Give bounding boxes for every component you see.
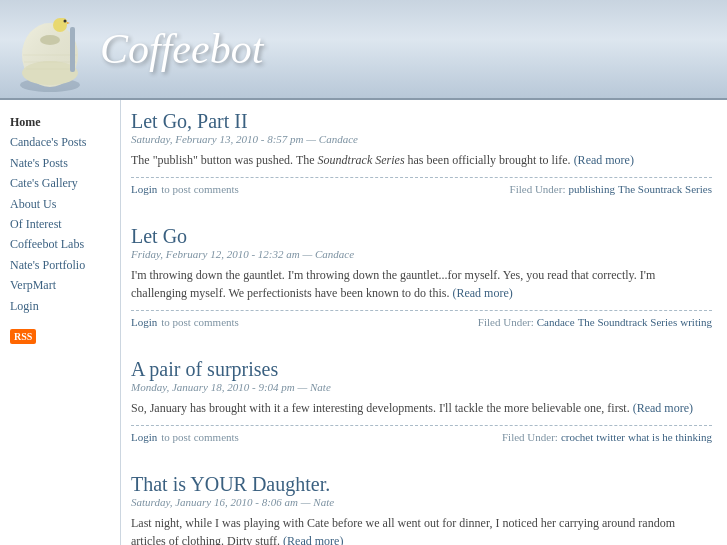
post-3-title[interactable]: A pair of surprises [131, 358, 278, 380]
post-4: That is YOUR Daughter. Saturday, January… [131, 473, 712, 545]
sidebar-item-of-interest[interactable]: Of Interest [10, 214, 110, 234]
sidebar-item-about-us[interactable]: About Us [10, 194, 110, 214]
post-3-login[interactable]: Login [131, 431, 157, 443]
post-1-login[interactable]: Login [131, 183, 157, 195]
post-3-excerpt: So, January has brought with it a few in… [131, 399, 712, 417]
content-area: Let Go, Part II Saturday, February 13, 2… [120, 100, 727, 545]
sidebar: Home Candace's Posts Nate's Posts Cate's… [0, 100, 120, 545]
site-header: Coffeebot [0, 0, 727, 100]
post-4-title[interactable]: That is YOUR Daughter. [131, 473, 330, 495]
post-3: A pair of surprises Monday, January 18, … [131, 358, 712, 455]
post-2-excerpt-text: I'm throwing down the gauntlet. I'm thro… [131, 268, 655, 300]
post-3-tag-2[interactable]: twitter [596, 431, 625, 443]
svg-point-4 [40, 35, 60, 45]
sidebar-nav: Home Candace's Posts Nate's Posts Cate's… [10, 112, 110, 316]
post-3-meta: Monday, January 18, 2010 - 9:04 pm — Nat… [131, 381, 712, 393]
rss-badge: RSS [10, 329, 36, 344]
sidebar-item-home[interactable]: Home [10, 112, 110, 132]
site-title: Coffeebot [100, 25, 263, 73]
post-2-meta: Friday, February 12, 2010 - 12:32 am — C… [131, 248, 712, 260]
post-1-excerpt: The "publish" button was pushed. The Sou… [131, 151, 712, 169]
sidebar-item-nate-portfolio[interactable]: Nate's Portfolio [10, 255, 110, 275]
post-4-excerpt: Last night, while I was playing with Cat… [131, 514, 712, 545]
post-2-login-suffix: to post comments [161, 316, 239, 328]
sidebar-item-verpmart[interactable]: VerpMart [10, 275, 110, 295]
sidebar-item-nate-posts[interactable]: Nate's Posts [10, 153, 110, 173]
post-2-tag-2[interactable]: The Soundtrack Series [578, 316, 678, 328]
rss-feed-link[interactable]: RSS [10, 328, 110, 344]
post-2: Let Go Friday, February 12, 2010 - 12:32… [131, 225, 712, 340]
post-3-read-more[interactable]: (Read more) [633, 401, 693, 415]
post-2-excerpt: I'm throwing down the gauntlet. I'm thro… [131, 266, 712, 302]
post-1-meta: Saturday, February 13, 2010 - 8:57 pm — … [131, 133, 712, 145]
post-3-login-suffix: to post comments [161, 431, 239, 443]
post-1-title[interactable]: Let Go, Part II [131, 110, 248, 132]
post-4-meta: Saturday, January 16, 2010 - 8:06 am — N… [131, 496, 712, 508]
post-1-excerpt-after: has been officially brought to life. [405, 153, 571, 167]
post-3-filed-label: Filed Under: [502, 431, 558, 443]
svg-marker-11 [67, 22, 70, 24]
svg-point-10 [64, 19, 67, 22]
svg-point-3 [22, 61, 78, 85]
post-2-title[interactable]: Let Go [131, 225, 187, 247]
post-1-tag-1[interactable]: publishing [568, 183, 614, 195]
post-1-tag-2[interactable]: The Sountrack Series [618, 183, 712, 195]
logo-container: Coffeebot [10, 7, 263, 92]
post-1: Let Go, Part II Saturday, February 13, 2… [131, 110, 712, 207]
sidebar-item-cate-gallery[interactable]: Cate's Gallery [10, 173, 110, 193]
post-4-excerpt-text: Last night, while I was playing with Cat… [131, 516, 675, 545]
post-2-filed-label: Filed Under: [478, 316, 534, 328]
post-2-tag-3[interactable]: writing [680, 316, 712, 328]
post-1-footer: Login to post comments Filed Under: publ… [131, 177, 712, 195]
svg-rect-12 [70, 27, 75, 72]
post-3-excerpt-text: So, January has brought with it a few in… [131, 401, 630, 415]
post-2-tag-1[interactable]: Candace [537, 316, 575, 328]
post-1-filed-label: Filed Under: [510, 183, 566, 195]
sidebar-item-login[interactable]: Login [10, 296, 110, 316]
post-2-read-more[interactable]: (Read more) [452, 286, 512, 300]
post-4-read-more[interactable]: (Read more) [283, 534, 343, 545]
post-2-footer: Login to post comments Filed Under: Cand… [131, 310, 712, 328]
post-3-tag-3[interactable]: what is he thinking [628, 431, 712, 443]
sidebar-item-coffeebot-labs[interactable]: Coffeebot Labs [10, 234, 110, 254]
post-1-read-more[interactable]: (Read more) [574, 153, 634, 167]
post-3-footer: Login to post comments Filed Under: croc… [131, 425, 712, 443]
post-1-login-suffix: to post comments [161, 183, 239, 195]
post-3-tag-1[interactable]: crochet [561, 431, 593, 443]
post-1-excerpt-text: The "publish" button was pushed. The [131, 153, 318, 167]
logo-icon [10, 7, 90, 92]
post-1-excerpt-em: Soundtrack Series [318, 153, 405, 167]
sidebar-item-candace-posts[interactable]: Candace's Posts [10, 132, 110, 152]
main-container: Home Candace's Posts Nate's Posts Cate's… [0, 100, 727, 545]
post-2-login[interactable]: Login [131, 316, 157, 328]
